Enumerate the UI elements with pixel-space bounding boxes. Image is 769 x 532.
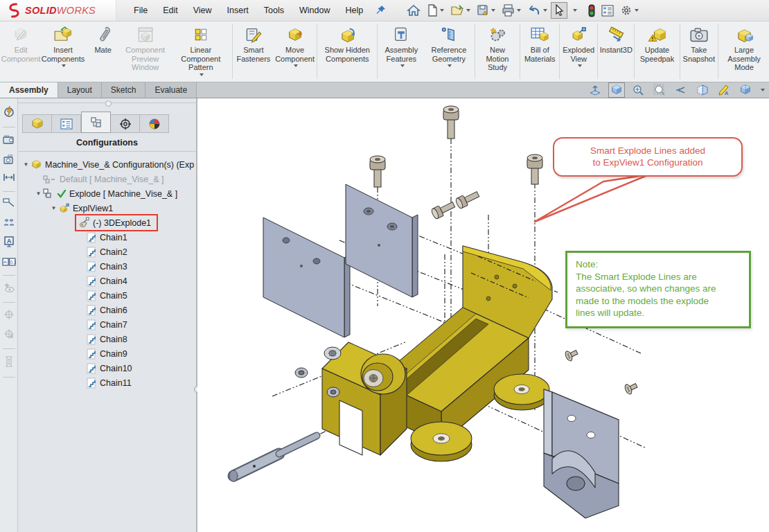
propertymanager-icon[interactable]: [52, 114, 81, 133]
move-component-dropdown[interactable]: [294, 64, 298, 67]
displaymanager-icon[interactable]: [140, 114, 169, 133]
featuremanager-tree-icon[interactable]: [22, 114, 52, 133]
menu-file[interactable]: File: [126, 2, 155, 19]
annotation-board-icon[interactable]: A: [3, 236, 15, 251]
decimal-display-icon[interactable]: 0.3: [2, 256, 16, 269]
tree-item-chain9[interactable]: Chain9: [18, 346, 196, 361]
insert-components-button[interactable]: Insert Components: [40, 22, 85, 80]
tab-assembly[interactable]: Assembly: [0, 82, 58, 98]
undo-icon[interactable]: [524, 2, 550, 19]
display-style-icon[interactable]: [737, 82, 754, 98]
tree-item-default-config[interactable]: Default [ Machine_Vise_& ]: [18, 172, 196, 186]
display-pane-icon[interactable]: [599, 3, 617, 19]
tab-evaluate[interactable]: Evaluate: [145, 82, 197, 98]
exploded-view-button[interactable]: Exploded View: [560, 22, 596, 80]
bill-of-materials-button[interactable]: Bill of Materials: [521, 22, 558, 80]
move-component-button[interactable]: Move Component: [274, 22, 316, 80]
svg-text:A: A: [725, 90, 729, 96]
measure-bracket-icon[interactable]: [3, 355, 15, 371]
select-dropdown-icon[interactable]: [568, 7, 580, 14]
commandmanager-tab-strip: Assembly Layout Sketch Evaluate: [0, 82, 769, 98]
smart-fasteners-icon: [245, 24, 262, 45]
reference-geometry-button[interactable]: Reference Geometry: [424, 22, 473, 80]
panel-split-handle[interactable]: [105, 100, 112, 107]
tree-item-chain2[interactable]: Chain2: [18, 245, 196, 259]
headsup-more-icon[interactable]: [761, 89, 765, 91]
normal-to-icon[interactable]: [587, 82, 603, 98]
leader-flag-icon[interactable]: [3, 198, 15, 211]
spotlight-pair-icon[interactable]: [3, 216, 15, 230]
menu-edit[interactable]: Edit: [155, 2, 186, 19]
tree-item-chain7[interactable]: Chain7: [18, 317, 196, 332]
assembly-features-icon: [393, 24, 409, 45]
show-hidden-components-button[interactable]: Show Hidden Components: [318, 22, 376, 80]
instant3d-button[interactable]: Instant3D: [599, 22, 633, 80]
pin-menu-icon[interactable]: [375, 5, 386, 16]
counter-camera-icon[interactable]: xxx: [3, 153, 15, 167]
zoom-to-area-icon[interactable]: [651, 82, 668, 98]
menu-tools[interactable]: Tools: [256, 2, 292, 19]
menu-help[interactable]: Help: [338, 2, 371, 19]
edit-appearance-icon[interactable]: A: [716, 82, 732, 98]
add-visibility-icon[interactable]: [3, 282, 15, 296]
zoom-to-fit-icon[interactable]: [630, 82, 646, 98]
assembly-features-button[interactable]: Assembly Features: [378, 22, 424, 80]
tree-item-chain1[interactable]: Chain1: [18, 230, 196, 245]
tab-sketch[interactable]: Sketch: [102, 82, 146, 98]
new-document-icon[interactable]: [424, 2, 447, 19]
expander-icon[interactable]: ▼: [22, 161, 30, 168]
open-icon[interactable]: [448, 2, 473, 19]
linear-component-pattern-button[interactable]: Linear Component Pattern: [170, 22, 231, 80]
counter-frame-icon[interactable]: xxx: [3, 134, 15, 148]
update-speedpak-button[interactable]: Update Speedpak: [635, 22, 678, 80]
component-preview-window-button[interactable]: Component Preview Window: [121, 22, 170, 80]
dimxpertmanager-icon[interactable]: [111, 114, 140, 133]
tree-item-chain10[interactable]: Chain10: [18, 361, 196, 375]
large-assembly-mode-button[interactable]: Large Assembly Mode: [719, 22, 769, 80]
configurationmanager-icon[interactable]: [81, 112, 111, 133]
new-motion-study-button[interactable]: New Motion Study: [476, 22, 520, 80]
menu-insert[interactable]: Insert: [220, 2, 256, 19]
lightning-target-icon[interactable]: [3, 105, 15, 121]
instant3d-icon: [607, 24, 625, 45]
previous-view-icon[interactable]: [673, 82, 689, 98]
tree-item-root-configurations[interactable]: ▼ Machine_Vise_& Configuration(s) (Exp: [18, 157, 196, 172]
solidworks-logo: SOLIDWORKS: [0, 0, 116, 21]
expander-icon[interactable]: ▼: [35, 190, 42, 197]
width-gauge-icon[interactable]: [3, 172, 15, 185]
toolbar-separator: [317, 24, 317, 79]
resource-monitor-icon[interactable]: [585, 2, 598, 19]
tab-layout[interactable]: Layout: [58, 82, 102, 98]
tree-item-chain6[interactable]: Chain6: [18, 303, 196, 317]
tree-item-chain4[interactable]: Chain4: [18, 274, 196, 288]
tree-item-3dexplode1[interactable]: (-) 3DExplode1: [18, 215, 196, 230]
take-snapshot-button[interactable]: Take Snapshot: [681, 22, 717, 80]
reference-geometry-dropdown[interactable]: [448, 64, 452, 67]
graphics-area[interactable]: Smart Explode Lines added to ExpView1 Co…: [197, 98, 769, 532]
expander-icon[interactable]: ▼: [50, 205, 58, 211]
tree-item-explode-config[interactable]: ▼ Explode [ Machine_Vise_& ]: [18, 186, 196, 201]
tree-item-chain11[interactable]: Chain11: [18, 375, 196, 390]
insert-components-dropdown[interactable]: [62, 64, 66, 67]
home-icon[interactable]: [404, 2, 423, 19]
smart-fasteners-button[interactable]: Smart Fasteners: [233, 22, 274, 80]
select-cursor-icon[interactable]: [551, 2, 567, 19]
view-orientation-cube-icon[interactable]: [608, 82, 625, 98]
print-icon[interactable]: [499, 2, 524, 19]
mate-button[interactable]: Mate: [86, 22, 121, 80]
section-view-icon[interactable]: [694, 82, 711, 98]
tree-item-chain3[interactable]: Chain3: [18, 259, 196, 274]
linear-component-pattern-dropdown[interactable]: [200, 73, 204, 76]
options-gear-icon[interactable]: [617, 2, 642, 19]
assembly-features-dropdown[interactable]: [400, 64, 405, 67]
edit-component-button[interactable]: Edit Component: [1, 22, 40, 80]
tree-item-chain8[interactable]: Chain8: [18, 332, 196, 346]
crosshair-target-icon[interactable]: [3, 309, 15, 323]
tree-item-explview1[interactable]: ▼ ExplView1: [18, 201, 196, 215]
menu-window[interactable]: Window: [292, 2, 337, 19]
exploded-view-dropdown[interactable]: [578, 64, 582, 67]
save-icon[interactable]: [474, 2, 498, 19]
menu-view[interactable]: View: [186, 2, 220, 19]
crosshair-remove-icon[interactable]: [3, 328, 15, 342]
tree-item-chain5[interactable]: Chain5: [18, 288, 196, 303]
